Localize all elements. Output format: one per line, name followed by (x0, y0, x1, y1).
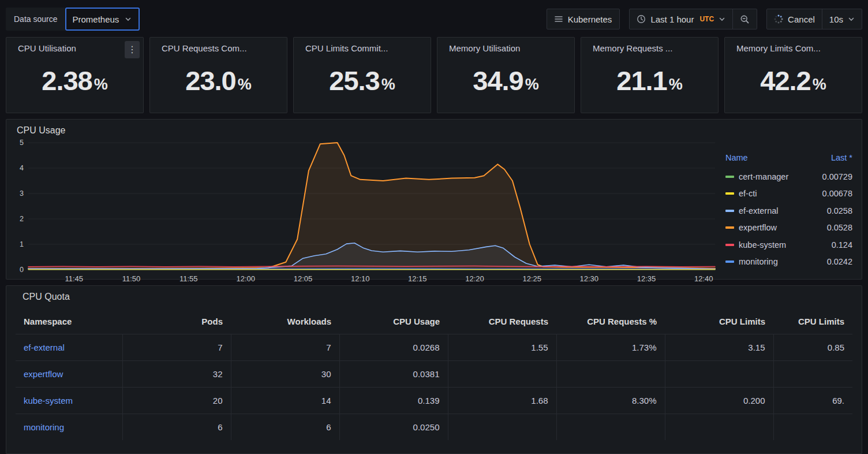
table-cell: 0.139 (339, 388, 448, 414)
chevron-down-icon (848, 16, 855, 23)
stat-panel-title[interactable]: Memory Requests ... (587, 42, 712, 53)
column-header[interactable]: CPU Limits (665, 309, 773, 334)
datasource-value: Prometheus (72, 14, 119, 24)
legend-item[interactable]: expertflow0.0528 (725, 219, 852, 237)
series-name[interactable]: kube-system (739, 240, 786, 250)
table-cell: 0.0268 (339, 334, 448, 361)
stat-number: 42.2 (760, 67, 810, 94)
table-cell: 7 (231, 334, 339, 361)
table-cell: 7 (122, 334, 231, 361)
svg-text:12:00: 12:00 (237, 274, 256, 283)
cancel-button-label: Cancel (788, 14, 815, 24)
table-cell (773, 414, 852, 441)
svg-text:12:30: 12:30 (580, 274, 599, 283)
namespace-link[interactable]: kube-system (24, 396, 73, 405)
series-name[interactable]: expertflow (739, 223, 777, 232)
series-color-swatch (725, 176, 734, 178)
svg-text:3: 3 (20, 189, 24, 198)
svg-text:4: 4 (20, 164, 24, 172)
cpu-usage-chart[interactable]: 01234511:4511:5011:5512:0012:0512:1012:1… (10, 136, 720, 276)
panel-title[interactable]: CPU Usage (10, 124, 858, 136)
namespace-cell: monitoring (16, 414, 122, 441)
time-range-picker[interactable]: Last 1 hour UTC (630, 9, 732, 29)
legend-name-header[interactable]: Name (725, 153, 748, 162)
svg-text:12:25: 12:25 (522, 274, 541, 283)
stat-panel-cpu-limits: CPU Limits Commit... 25.3 % (293, 37, 431, 113)
stat-number: 21.1 (616, 67, 667, 94)
datasource-picker[interactable]: Prometheus (65, 8, 140, 31)
grafana-dashboard: Data source Prometheus Kubernetes (0, 0, 868, 454)
legend-item[interactable]: kube-system0.124 (725, 236, 852, 254)
legend-item[interactable]: ef-cti0.00678 (725, 185, 852, 203)
table-cell: 69. (773, 388, 852, 414)
table-cell (448, 414, 556, 441)
svg-text:0: 0 (20, 266, 24, 274)
kubernetes-button[interactable]: Kubernetes (547, 9, 620, 29)
timezone-label: UTC (699, 15, 714, 23)
legend-rows: cert-manager0.00729ef-cti0.00678ef-exter… (725, 168, 852, 270)
svg-text:11:45: 11:45 (65, 274, 84, 283)
time-series-chart-svg: 01234511:4511:5011:5512:0012:0512:1012:1… (10, 136, 720, 286)
panel-menu-button[interactable]: ⋮ (125, 41, 140, 58)
series-color-swatch (725, 226, 734, 229)
svg-text:12:20: 12:20 (465, 274, 484, 283)
table-row: expertflow32300.0381 (16, 361, 852, 388)
svg-text:2: 2 (20, 215, 24, 223)
series-color-swatch (725, 210, 734, 212)
stat-panel-memory-utilisation: Memory Utilisation 34.9 % (437, 37, 575, 113)
legend-item[interactable]: cert-manager0.00729 (725, 168, 852, 185)
stat-value: 23.0 % (156, 53, 281, 108)
stat-panel-title[interactable]: CPU Requests Com... (156, 42, 281, 53)
stat-value: 2.38 % (12, 53, 137, 108)
cancel-refresh-button[interactable]: Cancel (767, 9, 822, 29)
namespace-link[interactable]: expertflow (24, 369, 63, 379)
svg-text:11:50: 11:50 (122, 274, 141, 283)
series-name[interactable]: monitoring (739, 257, 778, 266)
table-cell: 6 (122, 414, 231, 441)
table-cell (773, 361, 852, 388)
table-cell: 1.73% (556, 334, 665, 361)
stat-panel-title[interactable]: Memory Utilisation (443, 42, 568, 53)
series-last-value: 0.124 (832, 240, 852, 250)
column-header[interactable]: CPU Usage (339, 309, 448, 334)
namespace-link[interactable]: monitoring (24, 422, 64, 432)
column-header[interactable]: Namespace (16, 309, 122, 334)
namespace-cell: ef-external (16, 334, 122, 361)
legend-item[interactable]: monitoring0.0242 (725, 254, 852, 271)
cpu-quota-table: NamespacePodsWorkloadsCPU UsageCPU Reque… (16, 309, 852, 440)
series-name[interactable]: cert-manager (739, 172, 788, 181)
chevron-down-icon (125, 16, 132, 23)
stat-number: 25.3 (329, 67, 379, 94)
stat-unit: % (381, 76, 395, 94)
stat-panel-memory-limits: Memory Limits Com... 42.2 % (724, 37, 862, 113)
series-last-value: 0.00678 (822, 189, 852, 198)
time-controls: Last 1 hour UTC (629, 9, 757, 29)
refresh-interval-picker[interactable]: 10s (822, 9, 862, 29)
legend-item[interactable]: ef-external0.0258 (725, 202, 852, 219)
table-cell: 8.30% (556, 388, 665, 414)
table-cell: 0.200 (665, 388, 773, 414)
stat-panel-cpu-utilisation: ⋮ CPU Utilisation 2.38 % (6, 37, 144, 113)
legend-last-header[interactable]: Last * (831, 153, 852, 162)
stat-panel-title[interactable]: Memory Limits Com... (731, 42, 856, 53)
series-name[interactable]: ef-external (739, 206, 779, 215)
table-cell: 0.0250 (339, 414, 448, 441)
column-header[interactable]: Workloads (231, 309, 339, 334)
stat-panel-cpu-requests: CPU Requests Com... 23.0 % (149, 37, 287, 113)
stat-unit: % (525, 76, 539, 94)
column-header[interactable]: CPU Limits (773, 309, 852, 334)
stat-panel-title[interactable]: CPU Limits Commit... (300, 42, 425, 53)
column-header[interactable]: Pods (122, 309, 231, 334)
panel-title[interactable]: CPU Quota (16, 291, 852, 302)
series-name[interactable]: ef-cti (739, 189, 757, 198)
column-header[interactable]: CPU Requests % (556, 309, 665, 334)
stat-unit: % (94, 76, 108, 94)
namespace-link[interactable]: ef-external (24, 343, 65, 352)
stat-number: 23.0 (185, 67, 235, 94)
zoom-out-button[interactable] (732, 9, 757, 29)
stat-value: 34.9 % (443, 53, 568, 108)
column-header[interactable]: CPU Requests (448, 309, 556, 334)
stat-panel-title[interactable]: CPU Utilisation (12, 42, 137, 53)
table-row: kube-system20140.1391.688.30%0.20069. (16, 388, 852, 414)
series-last-value: 0.0258 (827, 206, 852, 215)
